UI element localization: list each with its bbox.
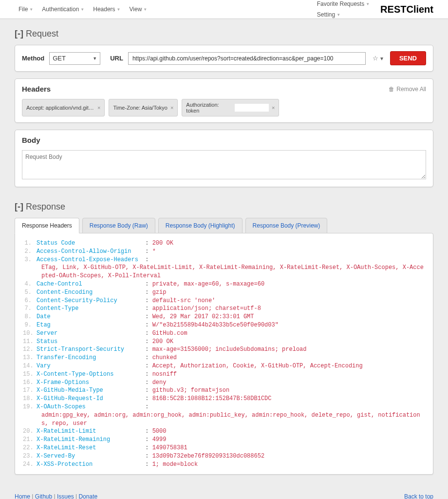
chevron-down-icon: ▼ <box>366 2 370 6</box>
header-separator: : <box>145 329 152 338</box>
header-value: max-age=31536000; includeSubdomains; pre… <box>152 345 307 354</box>
response-header-line: 13.Transfer-Encoding : chunked <box>23 354 425 362</box>
header-value: default-src 'none' <box>152 297 216 305</box>
topbar: File ▼Authentication ▼Headers ▼View ▼ Fa… <box>0 0 448 19</box>
header-key: X-RateLimit-Reset <box>37 444 145 452</box>
menu-favorite-requests[interactable]: Favorite Requests ▼ <box>313 0 373 9</box>
line-number: 10. <box>23 329 37 338</box>
caret-down-icon[interactable]: ▾ <box>380 55 383 62</box>
footer-links: Home | Github | Issues | Donate <box>15 493 97 499</box>
request-section-title: [-] Request <box>15 29 433 39</box>
header-key: X-Content-Type-Options <box>37 370 145 379</box>
close-icon[interactable]: × <box>97 105 100 111</box>
header-separator: : <box>145 313 152 321</box>
star-icon[interactable]: ☆ <box>373 55 378 62</box>
header-value: Wed, 29 Mar 2017 02:33:01 GMT <box>152 313 254 321</box>
header-key: Status Code <box>37 239 145 248</box>
line-number: 22. <box>23 444 37 452</box>
request-body-textarea[interactable] <box>22 150 426 179</box>
header-key: X-GitHub-Request-Id <box>37 395 145 403</box>
response-header-line: 24.X-XSS-Protection : 1; mode=block <box>23 461 425 469</box>
footer: Home | Github | Issues | Donate Back to … <box>0 484 448 499</box>
response-collapse-toggle[interactable]: [-] <box>15 202 23 211</box>
header-key: X-Frame-Options <box>37 379 145 387</box>
chip-token-input[interactable] <box>235 104 269 112</box>
header-key: Date <box>37 313 145 321</box>
tab-response-body-preview-[interactable]: Response Body (Preview) <box>245 218 328 233</box>
header-value: 200 OK <box>152 338 173 346</box>
close-icon[interactable]: × <box>272 105 275 111</box>
header-separator: : <box>145 386 152 395</box>
close-icon[interactable]: × <box>170 105 173 111</box>
tab-response-headers[interactable]: Response Headers <box>15 218 79 233</box>
header-separator: : <box>145 461 152 469</box>
url-input[interactable] <box>128 52 366 65</box>
request-title-text: Request <box>26 29 58 38</box>
header-value: GitHub.com <box>152 329 187 338</box>
method-select[interactable]: GET ▼ <box>49 52 100 65</box>
response-header-line: 7.Content-Type : application/json; chars… <box>23 305 425 313</box>
menu-label: File <box>19 6 28 13</box>
header-chip[interactable]: Accept: application/vnd.github.v...× <box>22 99 105 116</box>
header-value: 5000 <box>152 427 167 436</box>
body-panel: Body <box>15 130 433 187</box>
response-header-line: 22.X-RateLimit-Reset : 1490758381 <box>23 444 425 452</box>
footer-link-home[interactable]: Home <box>15 493 30 499</box>
header-key: Vary <box>37 362 145 370</box>
tab-response-body-highlight-[interactable]: Response Body (Highlight) <box>158 218 243 233</box>
header-chip[interactable]: Time-Zone: Asia/Tokyo× <box>109 99 178 116</box>
menu-file[interactable]: File ▼ <box>15 4 37 15</box>
send-button[interactable]: SEND <box>390 51 426 65</box>
header-value: deny <box>152 379 167 387</box>
footer-link-issues[interactable]: Issues <box>57 493 74 499</box>
header-separator: : <box>145 338 152 346</box>
request-collapse-toggle[interactable]: [-] <box>15 29 23 38</box>
header-key: X-OAuth-Scopes <box>37 403 145 411</box>
header-separator: : <box>145 370 152 379</box>
header-value: gzip <box>152 288 167 297</box>
footer-link-donate[interactable]: Donate <box>78 493 97 499</box>
menu-headers[interactable]: Headers ▼ <box>89 4 124 15</box>
header-key: Content-Type <box>37 305 145 313</box>
response-tabs: Response HeadersResponse Body (Raw)Respo… <box>15 218 433 233</box>
header-key: Status <box>37 338 145 346</box>
line-number: 23. <box>23 452 37 461</box>
menu-view[interactable]: View ▼ <box>126 4 151 15</box>
headers-title: Headers <box>22 85 51 93</box>
response-section-title: [-] Response <box>15 202 433 212</box>
header-separator: : <box>145 436 152 444</box>
response-header-line: 15.X-Content-Type-Options : nosniff <box>23 370 425 379</box>
response-header-line: 19.X-OAuth-Scopes : <box>23 403 425 411</box>
line-number: 18. <box>23 395 37 403</box>
line-number: 9. <box>23 321 37 329</box>
menu-authentication[interactable]: Authentication ▼ <box>38 4 88 15</box>
header-value: private, max-age=60, s-maxage=60 <box>152 280 264 288</box>
menu-setting[interactable]: Setting ▼ <box>313 9 373 20</box>
header-separator: : <box>145 248 152 256</box>
body-title: Body <box>22 136 40 144</box>
footer-link-github[interactable]: Github <box>35 493 52 499</box>
header-separator: : <box>145 321 152 329</box>
response-header-line: 18.X-GitHub-Request-Id : 816B:5C2B:1088B… <box>23 395 425 403</box>
response-header-line: 11.Status : 200 OK <box>23 338 425 346</box>
header-value: W/"e3b215589b44b24b33b5ce50f0e90d03" <box>152 321 279 329</box>
response-header-line: 23.X-Served-By : 13d09b732ebe76f89209313… <box>23 452 425 461</box>
method-value: GET <box>53 55 66 62</box>
chevron-down-icon: ▼ <box>93 56 97 61</box>
header-chip[interactable]: Authorization: token × <box>182 99 279 116</box>
line-number: 12. <box>23 345 37 354</box>
menu-label: Authentication <box>42 6 79 13</box>
header-separator: : <box>145 379 152 387</box>
header-separator: : <box>145 280 152 288</box>
header-separator: : <box>145 256 152 264</box>
response-header-line: 4.Cache-Control : private, max-age=60, s… <box>23 280 425 288</box>
tab-response-body-raw-[interactable]: Response Body (Raw) <box>82 218 155 233</box>
chip-text: Time-Zone: Asia/Tokyo <box>113 105 167 111</box>
response-header-line: 12.Strict-Transport-Security : max-age=3… <box>23 345 425 354</box>
header-key: Access-Control-Expose-Headers <box>37 256 145 264</box>
line-number: 8. <box>23 313 37 321</box>
remove-all-button[interactable]: 🗑 Remove All <box>389 86 426 93</box>
header-key: X-RateLimit-Remaining <box>37 436 145 444</box>
back-to-top-link[interactable]: Back to top <box>404 493 433 499</box>
header-value: github.v3; format=json <box>152 386 229 395</box>
